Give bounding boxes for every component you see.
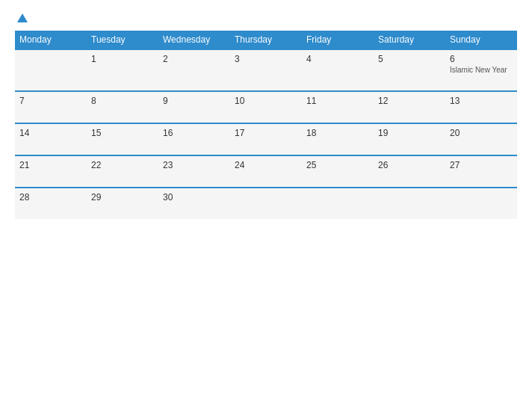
calendar-week-0: 123456Islamic New Year [15, 49, 517, 91]
day-number: 1 [91, 54, 154, 64]
calendar-cell: 26 [374, 155, 445, 188]
calendar-cell: 16 [158, 123, 230, 155]
day-number: 3 [235, 54, 297, 64]
calendar-table: MondayTuesdayWednesdayThursdayFridaySatu… [15, 31, 517, 219]
day-number: 27 [450, 160, 513, 170]
calendar-cell: 1 [87, 49, 158, 91]
calendar-cell: 13 [445, 91, 517, 123]
weekday-sunday: Sunday [445, 31, 517, 49]
calendar-cell [15, 49, 87, 91]
day-number: 4 [306, 54, 369, 64]
calendar-cell: 23 [158, 155, 230, 188]
day-number: 21 [19, 160, 82, 170]
calendar-cell: 10 [230, 91, 302, 123]
day-number: 19 [378, 128, 441, 138]
day-number: 23 [163, 160, 226, 170]
day-number: 15 [91, 128, 154, 138]
day-number: 17 [235, 128, 297, 138]
day-number: 5 [378, 54, 441, 64]
day-number: 20 [450, 128, 513, 138]
day-number: 11 [306, 96, 369, 106]
calendar-cell: 9 [158, 91, 230, 123]
day-number: 29 [91, 192, 154, 203]
calendar-cell [302, 188, 374, 219]
weekday-saturday: Saturday [374, 31, 445, 49]
calendar-header [15, 13, 517, 23]
calendar-cell: 21 [15, 155, 87, 188]
calendar-week-2: 14151617181920 [15, 123, 517, 155]
weekday-friday: Friday [302, 31, 374, 49]
day-number: 12 [378, 96, 441, 106]
logo [15, 13, 28, 23]
calendar-cell: 2 [158, 49, 230, 91]
day-number: 30 [163, 192, 226, 203]
calendar-cell [230, 188, 302, 219]
calendar-cell: 25 [302, 155, 374, 188]
calendar-cell: 27 [445, 155, 517, 188]
calendar-week-4: 282930 [15, 188, 517, 219]
day-number: 26 [378, 160, 441, 170]
day-number: 16 [163, 128, 226, 138]
calendar-cell: 17 [230, 123, 302, 155]
day-number: 13 [450, 96, 513, 106]
logo-triangle-icon [17, 13, 28, 22]
calendar-cell: 15 [87, 123, 158, 155]
calendar-header-row: MondayTuesdayWednesdayThursdayFridaySatu… [15, 31, 517, 49]
calendar-cell: 8 [87, 91, 158, 123]
calendar-cell: 7 [15, 91, 87, 123]
weekday-monday: Monday [15, 31, 87, 49]
calendar-cell: 4 [302, 49, 374, 91]
day-number: 9 [163, 96, 226, 106]
calendar-cell: 3 [230, 49, 302, 91]
calendar-cell: 18 [302, 123, 374, 155]
calendar-cell: 11 [302, 91, 374, 123]
weekday-wednesday: Wednesday [158, 31, 230, 49]
calendar-cell: 22 [87, 155, 158, 188]
day-number: 6 [450, 54, 513, 64]
day-number: 2 [163, 54, 226, 64]
calendar-cell: 29 [87, 188, 158, 219]
day-number: 28 [19, 192, 82, 203]
calendar-cell: 28 [15, 188, 87, 219]
holiday-label: Islamic New Year [450, 66, 513, 74]
calendar-week-1: 78910111213 [15, 91, 517, 123]
calendar-cell: 6Islamic New Year [445, 49, 517, 91]
calendar-cell [374, 188, 445, 219]
day-number: 22 [91, 160, 154, 170]
weekday-header-row: MondayTuesdayWednesdayThursdayFridaySatu… [15, 31, 517, 49]
day-number: 10 [235, 96, 297, 106]
weekday-tuesday: Tuesday [87, 31, 158, 49]
calendar-cell [445, 188, 517, 219]
day-number: 14 [19, 128, 82, 138]
day-number: 8 [91, 96, 154, 106]
day-number: 18 [306, 128, 369, 138]
calendar-cell: 19 [374, 123, 445, 155]
calendar-cell: 20 [445, 123, 517, 155]
weekday-thursday: Thursday [230, 31, 302, 49]
calendar-body: 123456Islamic New Year789101112131415161… [15, 49, 517, 219]
calendar-cell: 12 [374, 91, 445, 123]
calendar-cell: 30 [158, 188, 230, 219]
day-number: 24 [235, 160, 297, 170]
day-number: 7 [19, 96, 82, 106]
calendar-cell: 14 [15, 123, 87, 155]
calendar-week-3: 21222324252627 [15, 155, 517, 188]
day-number: 25 [306, 160, 369, 170]
calendar-cell: 24 [230, 155, 302, 188]
calendar-page: MondayTuesdayWednesdayThursdayFridaySatu… [0, 0, 532, 411]
calendar-cell: 5 [374, 49, 445, 91]
